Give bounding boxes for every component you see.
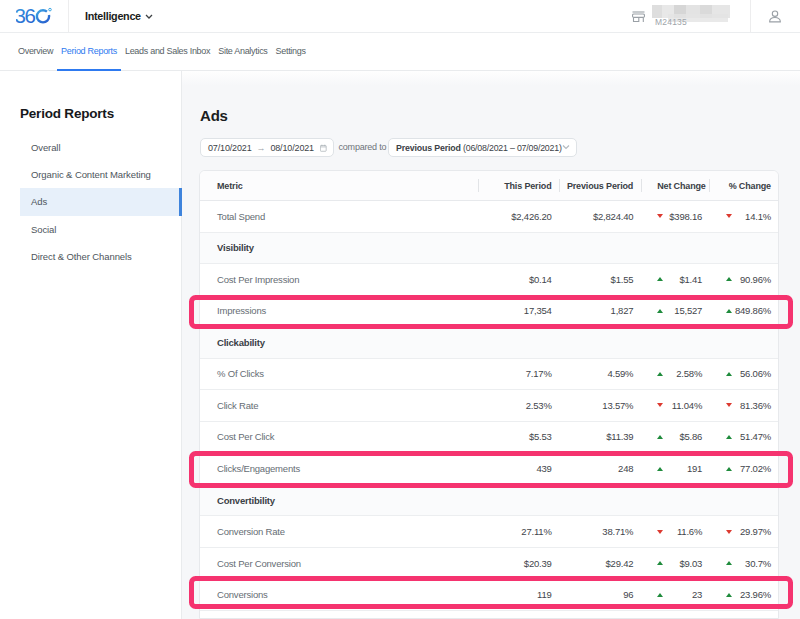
svg-text:36: 36: [16, 7, 35, 25]
